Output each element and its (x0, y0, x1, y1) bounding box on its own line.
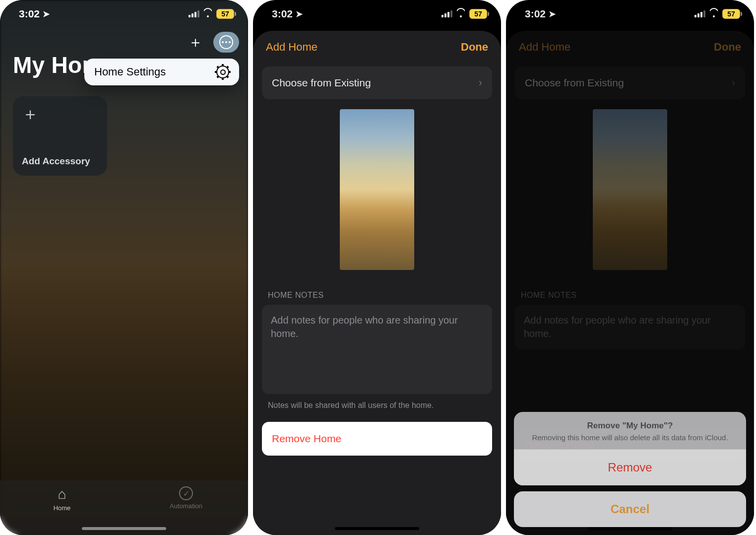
battery-icon: 57 (469, 9, 487, 19)
action-sheet-header: Remove "My Home"? Removing this home wil… (514, 412, 746, 450)
action-sheet-title: Remove "My Home"? (524, 421, 736, 431)
house-icon: ⌂ (58, 486, 66, 502)
done-button[interactable]: Done (461, 41, 488, 54)
add-icon[interactable]: ＋ (187, 33, 204, 51)
wifi-icon (456, 10, 466, 18)
notes-textarea[interactable]: Add notes for people who are sharing you… (262, 305, 492, 394)
plus-icon: ＋ (22, 105, 98, 122)
cell-label: Choose from Existing (272, 77, 371, 89)
status-bar: 3:02 ➤ 57 (506, 0, 754, 28)
button-label: Remove Home (272, 433, 341, 444)
section-header: HOME NOTES (253, 274, 501, 303)
page-title: My Hon (13, 52, 96, 78)
location-icon: ➤ (43, 9, 50, 19)
add-home-link[interactable]: Add Home (266, 41, 317, 54)
action-sheet: Remove "My Home"? Removing this home wil… (514, 412, 746, 528)
cellular-icon (694, 10, 705, 17)
settings-sheet: Add Home Done Choose from Existing › HOM… (506, 31, 754, 535)
screen-2-settings: 3:02 ➤ 57 Add Home Done Choose from Exis… (253, 0, 501, 535)
status-time: 3:02 (272, 8, 293, 20)
remove-home-button[interactable]: Remove Home (262, 422, 492, 456)
chevron-right-icon: › (479, 76, 482, 89)
choose-existing-cell[interactable]: Choose from Existing › (262, 67, 492, 99)
automation-icon: ✓ (179, 486, 193, 500)
wifi-icon (709, 10, 719, 18)
status-time: 3:02 (19, 8, 40, 20)
notes-footer: Notes will be shared with all users of t… (253, 394, 501, 410)
tab-label: Home (54, 504, 71, 512)
cancel-button[interactable]: Cancel (514, 491, 746, 527)
settings-sheet: Add Home Done Choose from Existing › HOM… (253, 31, 501, 535)
battery-icon: 57 (722, 9, 740, 19)
wallpaper-preview[interactable] (340, 109, 414, 270)
more-button[interactable] (213, 32, 239, 53)
action-sheet-group: Remove "My Home"? Removing this home wil… (514, 412, 746, 486)
notes-placeholder: Add notes for people who are sharing you… (271, 315, 458, 339)
status-bar: 3:02 ➤ 57 (253, 0, 501, 28)
ellipsis-icon (219, 35, 233, 49)
tab-label: Automation (170, 502, 202, 510)
home-settings-menu-item[interactable]: Home Settings (84, 59, 239, 85)
home-indicator[interactable] (82, 527, 166, 530)
sheet-header: Add Home Done (253, 31, 501, 64)
screen-1-home: 3:02 ➤ 57 ＋ My Hon Home Settings ＋ Add A… (0, 0, 248, 535)
battery-icon: 57 (216, 9, 234, 19)
wifi-icon (203, 10, 213, 18)
action-sheet-message: Removing this home will also delete all … (524, 433, 736, 443)
status-bar: 3:02 ➤ 57 (0, 0, 248, 28)
button-label: Remove (608, 461, 652, 474)
add-accessory-tile[interactable]: ＋ Add Accessory (13, 96, 107, 176)
wallpaper-preview-wrap (253, 99, 501, 274)
tab-home[interactable]: ⌂ Home (0, 486, 124, 512)
remove-confirm-button[interactable]: Remove (514, 449, 746, 485)
home-indicator[interactable] (335, 527, 419, 530)
screen-3-confirm: 3:02 ➤ 57 Add Home Done Choose from Exis… (506, 0, 754, 535)
menu-item-label: Home Settings (94, 66, 166, 78)
button-label: Cancel (611, 502, 650, 516)
status-time: 3:02 (525, 8, 546, 20)
location-icon: ➤ (549, 9, 556, 19)
tab-automation[interactable]: ✓ Automation (124, 486, 248, 510)
gear-icon (216, 66, 229, 78)
tile-label: Add Accessory (22, 156, 98, 167)
cellular-icon (189, 10, 199, 17)
cellular-icon (441, 10, 452, 17)
location-icon: ➤ (296, 9, 303, 19)
